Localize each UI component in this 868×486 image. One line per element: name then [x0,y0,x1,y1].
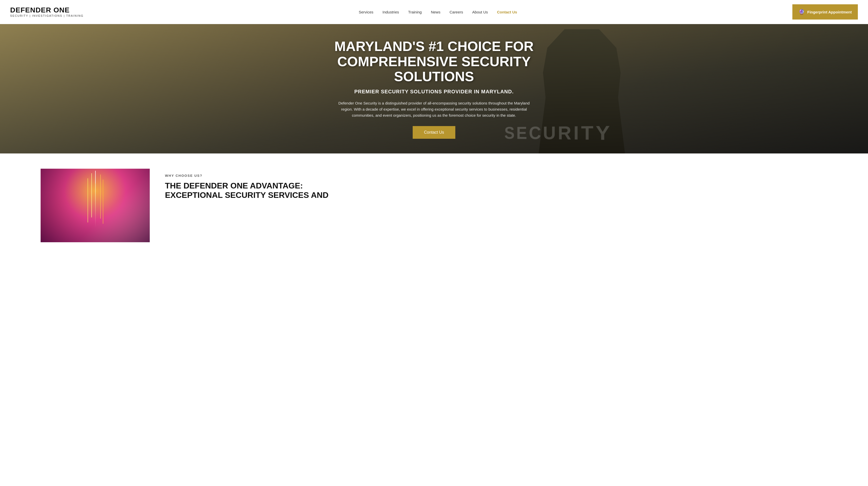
nav-careers[interactable]: Careers [450,10,463,14]
logo[interactable]: DEFENDER ONE SECURITY | INVESTIGATIONS |… [10,7,84,17]
fingerprint-icon: 🔮 [799,9,805,15]
logo-title: DEFENDER ONE [10,7,84,14]
hero-heading-line2: COMPREHENSIVE SECURITY SOLUTIONS [337,54,531,84]
advantage-text: WHY CHOOSE US? THE DEFENDER ONE ADVANTAG… [165,169,827,200]
site-header: DEFENDER ONE SECURITY | INVESTIGATIONS |… [0,0,868,24]
nav-news[interactable]: News [431,10,441,14]
logo-subtitle: SECURITY | INVESTIGATIONS | TRAINING [10,14,84,17]
fingerprint-btn-label: Fingerprint Appointment [807,10,852,14]
advantage-heading: THE DEFENDER ONE ADVANTAGE: EXCEPTIONAL … [165,181,827,200]
fireworks-image [41,169,150,242]
nav-services[interactable]: Services [359,10,373,14]
main-nav: Services Industries Training News Career… [359,10,517,14]
advantage-heading-line1: THE DEFENDER ONE ADVANTAGE: [165,181,303,190]
hero-content: MARYLAND'S #1 CHOICE FOR COMPREHENSIVE S… [320,39,548,138]
fingerprint-appointment-button[interactable]: 🔮 Fingerprint Appointment [793,4,858,20]
hero-subheading: PREMIER SECURITY SOLUTIONS PROVIDER IN M… [328,89,540,95]
nav-about[interactable]: About Us [472,10,488,14]
firework-sparks [95,184,96,228]
hero-body-text: Defender One Security is a distinguished… [335,100,533,119]
hero-heading: MARYLAND'S #1 CHOICE FOR COMPREHENSIVE S… [328,39,540,84]
nav-contact[interactable]: Contact Us [497,10,517,14]
hero-section: SECURITY MARYLAND'S #1 CHOICE FOR COMPRE… [0,24,868,154]
hero-heading-line1: MARYLAND'S #1 CHOICE FOR [335,38,534,54]
hero-contact-button[interactable]: Contact Us [413,126,455,139]
nav-industries[interactable]: Industries [382,10,399,14]
advantage-heading-line2: EXCEPTIONAL SECURITY SERVICES AND [165,191,329,200]
below-hero-section: WHY CHOOSE US? THE DEFENDER ONE ADVANTAG… [0,154,868,252]
why-choose-label: WHY CHOOSE US? [165,174,827,177]
nav-training[interactable]: Training [408,10,422,14]
